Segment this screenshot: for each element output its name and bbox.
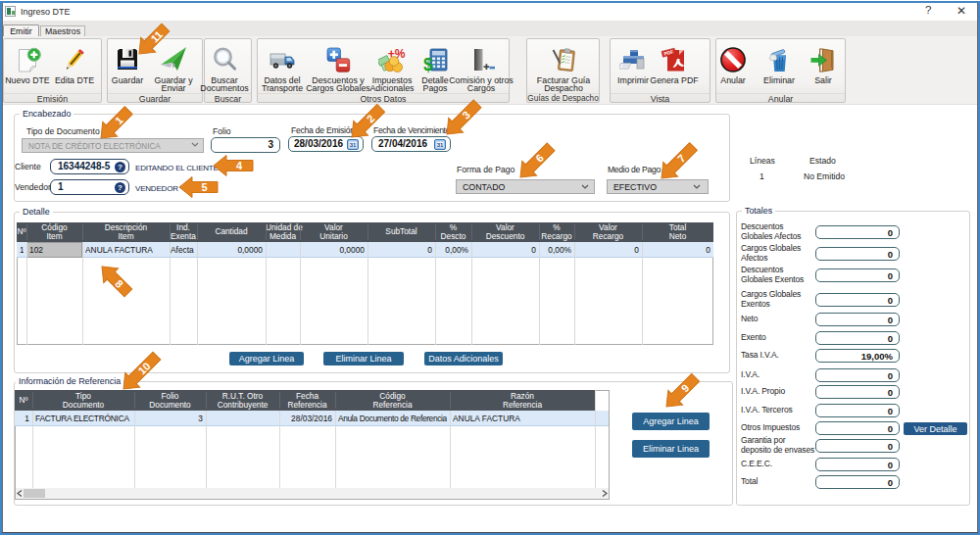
svg-text:5: 5 [201,181,207,193]
svg-text:$: $ [423,55,433,74]
svg-text:+%: +% [388,47,406,61]
